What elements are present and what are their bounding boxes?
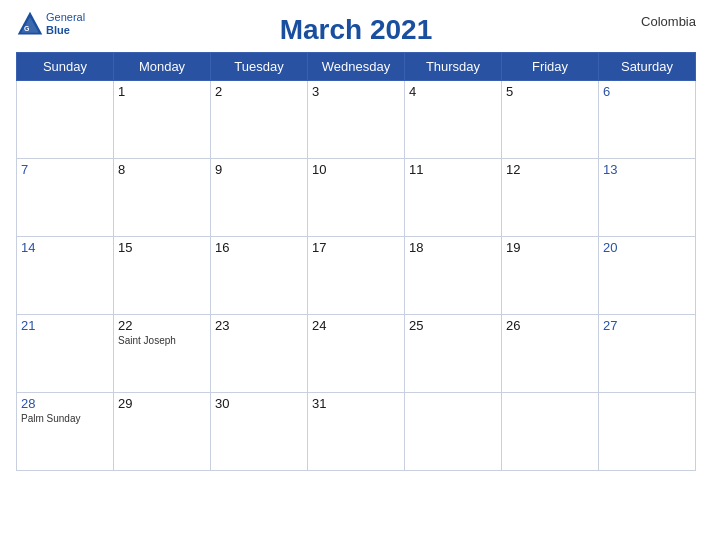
logo-icon: G: [16, 10, 44, 38]
event-label: Saint Joseph: [118, 335, 206, 346]
day-number: 19: [506, 240, 594, 255]
day-number: 7: [21, 162, 109, 177]
day-number: 26: [506, 318, 594, 333]
calendar-cell: 9: [211, 159, 308, 237]
calendar-cell: 17: [308, 237, 405, 315]
day-number: 13: [603, 162, 691, 177]
day-number: 8: [118, 162, 206, 177]
day-number: 29: [118, 396, 206, 411]
week-row-0: 123456: [17, 81, 696, 159]
calendar-cell: 2: [211, 81, 308, 159]
calendar-cell: 23: [211, 315, 308, 393]
day-number: 14: [21, 240, 109, 255]
calendar-cell: 31: [308, 393, 405, 471]
day-number: 18: [409, 240, 497, 255]
day-number: 21: [21, 318, 109, 333]
calendar-cell: 24: [308, 315, 405, 393]
calendar-cell: 10: [308, 159, 405, 237]
day-number: 24: [312, 318, 400, 333]
weekday-header-saturday: Saturday: [599, 53, 696, 81]
day-number: 25: [409, 318, 497, 333]
calendar-cell: 8: [114, 159, 211, 237]
weekday-header-thursday: Thursday: [405, 53, 502, 81]
day-number: 20: [603, 240, 691, 255]
calendar-cell: 1: [114, 81, 211, 159]
weekday-header-wednesday: Wednesday: [308, 53, 405, 81]
logo-area: G General Blue: [16, 10, 85, 38]
calendar-cell: 29: [114, 393, 211, 471]
day-number: 30: [215, 396, 303, 411]
calendar-cell: 19: [502, 237, 599, 315]
calendar-cell: 12: [502, 159, 599, 237]
calendar-cell: 13: [599, 159, 696, 237]
day-number: 2: [215, 84, 303, 99]
country-label: Colombia: [641, 14, 696, 29]
calendar-cell: 6: [599, 81, 696, 159]
calendar-cell: 27: [599, 315, 696, 393]
calendar-cell: 22Saint Joseph: [114, 315, 211, 393]
calendar-cell: [599, 393, 696, 471]
calendar-header: G General Blue March 2021 Colombia: [16, 10, 696, 46]
weekday-header-tuesday: Tuesday: [211, 53, 308, 81]
day-number: 27: [603, 318, 691, 333]
calendar-cell: [17, 81, 114, 159]
day-number: 15: [118, 240, 206, 255]
day-number: 22: [118, 318, 206, 333]
calendar-cell: [405, 393, 502, 471]
calendar-cell: 21: [17, 315, 114, 393]
weekday-header-friday: Friday: [502, 53, 599, 81]
calendar-cell: 18: [405, 237, 502, 315]
week-row-2: 14151617181920: [17, 237, 696, 315]
calendar-table: SundayMondayTuesdayWednesdayThursdayFrid…: [16, 52, 696, 471]
week-row-3: 2122Saint Joseph2324252627: [17, 315, 696, 393]
day-number: 1: [118, 84, 206, 99]
calendar-cell: 26: [502, 315, 599, 393]
calendar-cell: 25: [405, 315, 502, 393]
weekday-header-sunday: Sunday: [17, 53, 114, 81]
svg-text:G: G: [24, 25, 30, 32]
day-number: 17: [312, 240, 400, 255]
logo-text: General Blue: [46, 11, 85, 37]
day-number: 31: [312, 396, 400, 411]
event-label: Palm Sunday: [21, 413, 109, 424]
calendar-cell: 5: [502, 81, 599, 159]
calendar-wrapper: G General Blue March 2021 Colombia Sunda…: [0, 0, 712, 550]
logo-blue: Blue: [46, 24, 85, 37]
day-number: 28: [21, 396, 109, 411]
day-number: 6: [603, 84, 691, 99]
day-number: 10: [312, 162, 400, 177]
calendar-title: March 2021: [280, 14, 433, 46]
day-number: 23: [215, 318, 303, 333]
calendar-cell: 11: [405, 159, 502, 237]
calendar-cell: 15: [114, 237, 211, 315]
week-row-4: 28Palm Sunday293031: [17, 393, 696, 471]
calendar-cell: 30: [211, 393, 308, 471]
calendar-cell: 3: [308, 81, 405, 159]
calendar-cell: [502, 393, 599, 471]
calendar-cell: 4: [405, 81, 502, 159]
logo-general: General: [46, 11, 85, 24]
day-number: 16: [215, 240, 303, 255]
calendar-cell: 28Palm Sunday: [17, 393, 114, 471]
calendar-cell: 14: [17, 237, 114, 315]
day-number: 12: [506, 162, 594, 177]
week-row-1: 78910111213: [17, 159, 696, 237]
calendar-cell: 16: [211, 237, 308, 315]
weekday-header-monday: Monday: [114, 53, 211, 81]
day-number: 5: [506, 84, 594, 99]
calendar-cell: 7: [17, 159, 114, 237]
day-number: 11: [409, 162, 497, 177]
day-number: 4: [409, 84, 497, 99]
calendar-cell: 20: [599, 237, 696, 315]
day-number: 3: [312, 84, 400, 99]
day-number: 9: [215, 162, 303, 177]
weekday-header-row: SundayMondayTuesdayWednesdayThursdayFrid…: [17, 53, 696, 81]
